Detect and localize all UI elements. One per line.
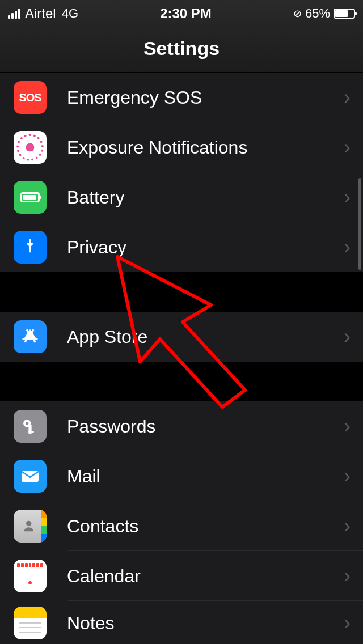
clock: 2:30 PM <box>160 6 212 22</box>
status-right: ⊘ 65% <box>293 6 355 21</box>
row-calendar[interactable]: Calendar › <box>0 551 363 601</box>
row-exposure-notifications[interactable]: Exposure Notifications › <box>0 122 363 172</box>
section-gap <box>0 362 363 401</box>
battery-icon <box>334 9 355 19</box>
chevron-right-icon: › <box>344 135 351 159</box>
settings-section: Passwords › Mail › Contacts › Calendar ›… <box>0 401 363 644</box>
row-notes[interactable]: Notes › <box>0 601 363 644</box>
row-label: Battery <box>67 187 344 208</box>
battery-percent: 65% <box>305 6 330 21</box>
network-label: 4G <box>62 6 78 21</box>
chevron-right-icon: › <box>344 514 351 538</box>
row-emergency-sos[interactable]: SOS Emergency SOS › <box>0 73 363 122</box>
calendar-icon <box>14 560 47 592</box>
battery-row-icon <box>14 181 47 214</box>
row-label: Emergency SOS <box>67 87 344 108</box>
row-app-store[interactable]: App Store › <box>0 312 363 362</box>
privacy-icon <box>14 231 47 264</box>
row-contacts[interactable]: Contacts › <box>0 501 363 551</box>
appstore-icon <box>14 320 47 353</box>
chevron-right-icon: › <box>344 235 351 259</box>
scroll-indicator[interactable] <box>358 178 361 270</box>
key-icon <box>14 410 47 443</box>
svg-rect-5 <box>22 471 39 482</box>
row-label: Privacy <box>67 237 344 258</box>
page-header: Settings <box>0 25 363 73</box>
svg-point-6 <box>26 521 31 526</box>
chevron-right-icon: › <box>344 325 351 349</box>
row-label: Notes <box>67 613 344 634</box>
row-label: Exposure Notifications <box>67 137 344 158</box>
svg-point-4 <box>26 422 28 425</box>
carrier-label: Airtel <box>25 6 56 22</box>
exposure-icon <box>14 131 47 164</box>
svg-rect-3 <box>28 431 33 433</box>
sos-icon: SOS <box>14 81 47 114</box>
row-privacy[interactable]: Privacy › <box>0 222 363 272</box>
status-bar: Airtel 4G 2:30 PM ⊘ 65% <box>0 0 363 25</box>
settings-section: App Store › <box>0 312 363 362</box>
chevron-right-icon: › <box>344 611 351 635</box>
chevron-right-icon: › <box>344 414 351 438</box>
notes-icon <box>14 607 47 639</box>
rotation-lock-icon: ⊘ <box>293 7 302 20</box>
settings-section: SOS Emergency SOS › Exposure Notificatio… <box>0 73 363 272</box>
row-label: Mail <box>67 466 344 487</box>
status-left: Airtel 4G <box>8 6 78 22</box>
chevron-right-icon: › <box>344 185 351 209</box>
chevron-right-icon: › <box>344 464 351 488</box>
row-label: App Store <box>67 327 344 348</box>
row-label: Passwords <box>67 416 344 437</box>
row-battery[interactable]: Battery › <box>0 172 363 222</box>
mail-icon <box>14 460 47 493</box>
row-mail[interactable]: Mail › <box>0 451 363 501</box>
row-label: Contacts <box>67 516 344 537</box>
chevron-right-icon: › <box>344 564 351 588</box>
row-label: Calendar <box>67 566 344 587</box>
section-gap <box>0 272 363 312</box>
contacts-icon <box>14 510 47 543</box>
chevron-right-icon: › <box>344 86 351 109</box>
page-title: Settings <box>143 37 220 60</box>
signal-icon <box>8 9 20 19</box>
row-passwords[interactable]: Passwords › <box>0 401 363 451</box>
